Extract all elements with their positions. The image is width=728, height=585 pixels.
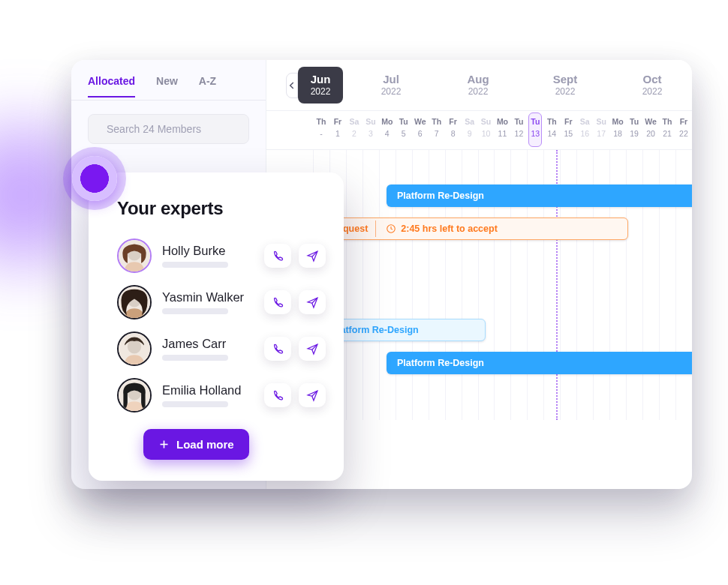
- prev-month-button[interactable]: [286, 73, 298, 98]
- expert-name: Yasmin Walker: [162, 290, 254, 304]
- day-19[interactable]: Tu19: [626, 111, 642, 149]
- call-button[interactable]: [264, 337, 291, 361]
- tab-az[interactable]: A-Z: [199, 75, 216, 98]
- day-11[interactable]: Mo11: [494, 111, 510, 149]
- day-14[interactable]: Th14: [543, 111, 560, 149]
- bar-platform-redesign-1[interactable]: Platform Re-Design: [387, 184, 692, 207]
- search-input[interactable]: [105, 122, 239, 136]
- day-8[interactable]: Fr8: [445, 111, 462, 149]
- send-button[interactable]: [299, 290, 326, 314]
- expert-actions: [264, 337, 326, 361]
- month-oct[interactable]: Oct2022: [609, 67, 692, 103]
- day-15[interactable]: Fr15: [560, 111, 576, 149]
- expert-name-col: Emilia Holland: [162, 383, 254, 407]
- day-header-row: Th-Fr1Sa2Su3Mo4Tu5We6Th7Fr8Sa9Su10Mo11Tu…: [266, 111, 692, 150]
- expert-actions: [264, 383, 326, 407]
- send-button[interactable]: [299, 244, 326, 268]
- day-13[interactable]: Tu13: [527, 111, 543, 149]
- tab-allocated[interactable]: Allocated: [88, 75, 135, 98]
- day--[interactable]: Th-: [313, 111, 329, 149]
- bar-pending-request[interactable]: equest 2:45 hrs left to accept: [328, 218, 628, 240]
- load-more-label: Load more: [176, 438, 234, 451]
- avatar[interactable]: [117, 378, 152, 412]
- expert-row: Holly Burke: [117, 232, 326, 279]
- day-21[interactable]: Th21: [659, 111, 675, 149]
- day-4[interactable]: Mo4: [379, 111, 396, 149]
- day-22[interactable]: Fr22: [675, 111, 692, 149]
- expert-name-col: Yasmin Walker: [162, 290, 254, 314]
- paper-plane-icon: [306, 343, 319, 356]
- expert-meta-placeholder: [162, 262, 228, 268]
- expert-name-col: James Carr: [162, 337, 254, 361]
- timeline-header: Jun2022Jul2022Aug2022Sept2022Oct2022: [266, 60, 692, 111]
- bar-label: Platform Re-Design: [397, 358, 484, 368]
- phone-icon: [272, 343, 284, 356]
- day-12[interactable]: Tu12: [510, 111, 527, 149]
- expert-name: James Carr: [162, 337, 254, 351]
- phone-icon: [272, 296, 284, 309]
- bar-label: latform Re-Design: [338, 325, 419, 335]
- day-16[interactable]: Sa16: [576, 111, 593, 149]
- day-9[interactable]: Sa9: [462, 111, 478, 149]
- month-aug[interactable]: Aug2022: [435, 67, 522, 103]
- day-3[interactable]: Su3: [362, 111, 379, 149]
- avatar[interactable]: [117, 332, 152, 366]
- bar-platform-redesign-2[interactable]: latform Re-Design: [328, 319, 486, 341]
- tab-new[interactable]: New: [156, 75, 178, 98]
- send-button[interactable]: [299, 383, 326, 407]
- day-7[interactable]: Th7: [429, 111, 445, 149]
- call-button[interactable]: [264, 383, 291, 407]
- expert-meta-placeholder: [162, 308, 228, 314]
- expert-name-col: Holly Burke: [162, 244, 254, 268]
- day-20[interactable]: We20: [642, 111, 659, 149]
- plus-icon: [158, 439, 170, 450]
- send-button[interactable]: [299, 337, 326, 361]
- bar-platform-redesign-3[interactable]: Platform Re-Design: [387, 352, 692, 374]
- search-field[interactable]: [88, 114, 249, 144]
- avatar[interactable]: [117, 238, 152, 273]
- month-jul[interactable]: Jul2022: [347, 67, 435, 103]
- day-5[interactable]: Tu5: [396, 111, 412, 149]
- day-1[interactable]: Fr1: [329, 111, 346, 149]
- expert-meta-placeholder: [162, 355, 228, 361]
- day-18[interactable]: Mo18: [609, 111, 626, 149]
- avatar[interactable]: [117, 285, 152, 320]
- chevron-left-icon: [287, 80, 297, 91]
- expert-meta-placeholder: [162, 401, 228, 407]
- paper-plane-icon: [306, 389, 319, 402]
- svg-point-10: [128, 340, 141, 353]
- phone-icon: [272, 250, 284, 262]
- day-2[interactable]: Sa2: [346, 111, 362, 149]
- expert-name: Holly Burke: [162, 244, 254, 258]
- experts-list: Holly BurkeYasmin WalkerJames CarrEmilia…: [117, 232, 326, 418]
- bar-label: Platform Re-Design: [397, 190, 484, 201]
- call-button[interactable]: [264, 244, 291, 268]
- expert-name: Emilia Holland: [162, 383, 254, 398]
- expert-row: Yasmin Walker: [117, 279, 326, 326]
- experts-title: Your experts: [117, 198, 326, 219]
- clock-icon: [386, 224, 396, 234]
- sidebar-tabs: Allocated New A-Z: [88, 75, 249, 100]
- expert-actions: [264, 290, 326, 314]
- month-row: Jun2022Jul2022Aug2022Sept2022Oct2022: [298, 67, 692, 103]
- phone-icon: [272, 389, 284, 402]
- paper-plane-icon: [306, 296, 319, 309]
- expert-row: James Carr: [117, 326, 326, 372]
- call-button[interactable]: [264, 290, 291, 314]
- day-17[interactable]: Su17: [593, 111, 609, 149]
- experts-card: Your experts Holly BurkeYasmin WalkerJam…: [89, 172, 344, 481]
- paper-plane-icon: [306, 250, 319, 262]
- grid-col: [362, 150, 379, 420]
- grid-col: [346, 150, 362, 420]
- day-10[interactable]: Su10: [478, 111, 495, 149]
- month-sept[interactable]: Sept2022: [522, 67, 609, 103]
- day-6[interactable]: We6: [412, 111, 429, 149]
- bar-divider: [375, 220, 376, 237]
- bar-countdown-label: 2:45 hrs left to accept: [401, 224, 498, 234]
- expert-actions: [264, 244, 326, 268]
- month-jun[interactable]: Jun2022: [298, 67, 343, 103]
- decorative-orb: [72, 156, 117, 201]
- load-more-button[interactable]: Load more: [143, 429, 249, 460]
- expert-row: Emilia Holland: [117, 372, 326, 418]
